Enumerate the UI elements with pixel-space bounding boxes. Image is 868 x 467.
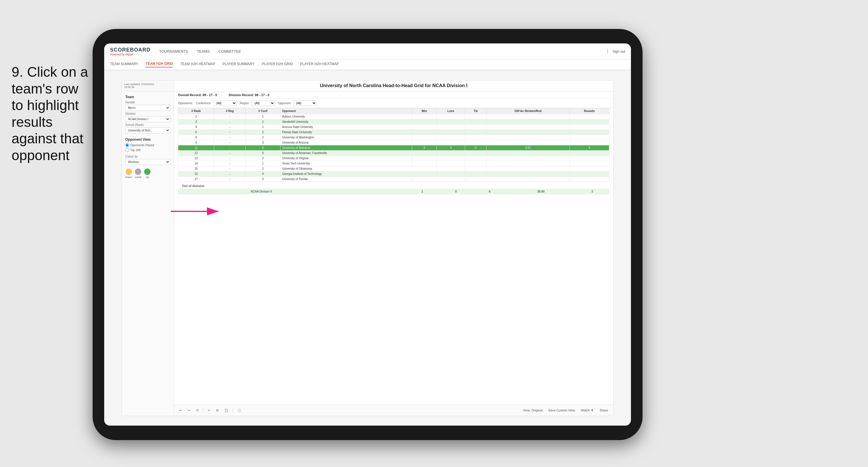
opponent-view-radios: Opponents Played Top 100 xyxy=(125,143,170,152)
odd-reg xyxy=(202,189,225,194)
cell-loss xyxy=(436,166,465,171)
redo-button[interactable]: ↪ xyxy=(186,408,192,413)
copy-button[interactable]: ⧉ xyxy=(214,408,220,413)
cell-conf: 3 xyxy=(246,140,280,145)
undo-button[interactable]: ↩ xyxy=(178,408,184,413)
table-row[interactable]: 2-1Auburn University xyxy=(178,114,609,119)
col-tie: Tie xyxy=(465,108,487,114)
table-row[interactable]: 8-2University of Washington xyxy=(178,135,609,140)
cell-tie: 0 xyxy=(465,145,487,150)
refresh-button[interactable]: ↺ xyxy=(194,408,200,413)
table-row[interactable]: 14-1Texas Tech University xyxy=(178,161,609,166)
tablet-screen: SCOREBOARD Powered by clippd TOURNAMENTS… xyxy=(104,43,631,426)
cell-reg: - xyxy=(214,150,246,155)
table-row[interactable]: 12-6University of Arkansas, Fayetteville xyxy=(178,150,609,155)
opponent-filter-select[interactable]: (All) xyxy=(293,100,317,106)
opponent-view-label: Opponent View xyxy=(125,138,170,142)
nav-items: TOURNAMENTS TEAMS COMMITTEE xyxy=(159,49,607,54)
cell-loss xyxy=(436,176,465,181)
nav-teams[interactable]: TEAMS xyxy=(197,49,210,54)
cell-tie xyxy=(465,176,487,181)
division-select[interactable]: NCAA Division I xyxy=(125,116,170,122)
cell-opponent: University of Florida xyxy=(280,176,412,181)
radio-top-100[interactable]: Top 100 xyxy=(125,148,170,152)
cell-reg: - xyxy=(214,161,246,166)
tab-team-h2h-heatmap[interactable]: TEAM H2H HEATMAP xyxy=(180,62,215,67)
cell-tie xyxy=(465,114,487,119)
colour-select[interactable]: Win/loss xyxy=(125,159,170,165)
cell-rank: 3 xyxy=(178,119,214,124)
cell-tie xyxy=(465,155,487,161)
cell-diff xyxy=(487,176,570,181)
nav-committee[interactable]: COMMITTEE xyxy=(219,49,241,54)
logo-area: SCOREBOARD Powered by clippd xyxy=(110,47,151,56)
cell-diff xyxy=(487,166,570,171)
out-of-division-row[interactable]: NCAA Division II 1 0 0 26.00 3 xyxy=(178,189,609,194)
col-reg: # Reg xyxy=(214,108,246,114)
table-row[interactable]: 16-4Georgia Institute of Technology xyxy=(178,171,609,176)
conference-filter-select[interactable]: (All) xyxy=(214,100,237,106)
cell-reg: - xyxy=(214,114,246,119)
cell-reg: - xyxy=(214,176,246,181)
watch-button[interactable]: Watch ▼ xyxy=(579,408,596,413)
filters-row: Opponents: Conference (All) Region (All)… xyxy=(174,99,613,108)
odd-loss: 0 xyxy=(439,189,473,194)
table-row[interactable]: 11-5University of Alabama3002.618 xyxy=(178,145,609,150)
tab-player-summary[interactable]: PLAYER SUMMARY xyxy=(223,62,255,67)
dashboard-card: Last Updated: 27/03/2024 16:55:38 Univer… xyxy=(122,80,614,416)
tab-player-h2h-grid[interactable]: PLAYER H2H GRID xyxy=(262,62,293,67)
cell-loss xyxy=(436,129,465,135)
region-filter-select[interactable]: (All) xyxy=(252,100,275,106)
table-row[interactable]: 13-3University of Virginia xyxy=(178,155,609,161)
table-row[interactable]: 6-2Florida State University xyxy=(178,129,609,135)
cell-rank: 13 xyxy=(178,155,214,161)
cell-tie xyxy=(465,124,487,129)
table-row[interactable]: 15-2University of Oklahoma xyxy=(178,166,609,171)
table-row[interactable]: 4-1Arizona State University xyxy=(178,124,609,129)
radio-opponents-played[interactable]: Opponents Played xyxy=(125,143,170,147)
paste-button[interactable]: 📋 xyxy=(223,408,230,413)
view-original-button[interactable]: View: Original xyxy=(521,408,545,413)
clock-button[interactable]: 🕐 xyxy=(236,408,243,413)
tab-player-h2h-heatmap[interactable]: PLAYER H2H HEATMAP xyxy=(300,62,339,67)
cell-diff xyxy=(487,119,570,124)
save-custom-view-button[interactable]: Save Custom View xyxy=(547,408,577,413)
nav-tournaments[interactable]: TOURNAMENTS xyxy=(159,49,188,54)
col-conf: # Conf xyxy=(246,108,280,114)
cell-conf: 2 xyxy=(246,166,280,171)
cell-win xyxy=(412,129,437,135)
table-row[interactable]: 3-2Vanderbilt University xyxy=(178,119,609,124)
tab-team-summary[interactable]: TEAM SUMMARY xyxy=(110,62,138,67)
cell-diff xyxy=(487,171,570,176)
tab-team-h2h-grid[interactable]: TEAM H2H GRID xyxy=(146,62,173,67)
sign-out-area: | Sign out xyxy=(607,49,625,54)
cell-tie xyxy=(465,119,487,124)
cell-rounds xyxy=(569,114,609,119)
table-row[interactable]: 17-3University of Florida xyxy=(178,176,609,181)
cell-diff xyxy=(487,155,570,161)
cell-opponent: University of Oklahoma xyxy=(280,166,412,171)
cut-button[interactable]: ✂ xyxy=(206,408,212,413)
opponents-label: Opponents: xyxy=(178,101,193,105)
cell-reg: - xyxy=(214,140,246,145)
odd-name: NCAA Division II xyxy=(249,189,405,194)
gender-select[interactable]: Men's xyxy=(125,105,170,111)
cell-win xyxy=(412,161,437,166)
cell-rank: 14 xyxy=(178,161,214,166)
cell-tie xyxy=(465,140,487,145)
cell-win xyxy=(412,135,437,140)
cell-rank: 17 xyxy=(178,176,214,181)
cell-rank: 11 xyxy=(178,145,214,150)
cell-conf: 6 xyxy=(246,150,280,155)
school-select[interactable]: University of Nort... xyxy=(125,127,170,134)
share-button[interactable]: Share xyxy=(598,408,610,413)
col-opponent: Opponent xyxy=(280,108,412,114)
cell-rank: 4 xyxy=(178,124,214,129)
table-row[interactable]: 9-3University of Arizona xyxy=(178,140,609,145)
cell-opponent: University of Washington xyxy=(280,135,412,140)
sign-out-button[interactable]: Sign out xyxy=(613,50,625,54)
cell-tie xyxy=(465,150,487,155)
cell-rank: 9 xyxy=(178,140,214,145)
cell-win xyxy=(412,140,437,145)
cell-rounds xyxy=(569,124,609,129)
